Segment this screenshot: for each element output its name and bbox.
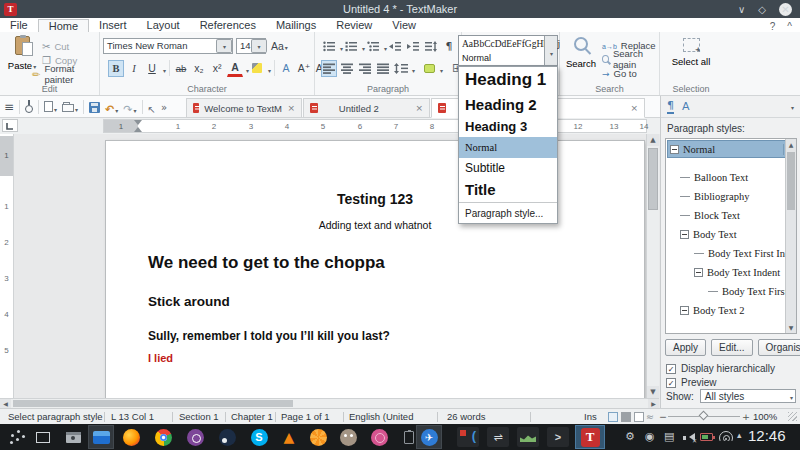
page-indicator[interactable]: Page 1 of 1 bbox=[281, 411, 330, 422]
view-pages-icon[interactable] bbox=[621, 412, 631, 422]
doc-tab-untitled2[interactable]: Untitled 2 × bbox=[303, 98, 430, 118]
doc-line-sully[interactable]: Sully, remember I told you I’ll kill you… bbox=[148, 329, 602, 343]
tab-insert[interactable]: Insert bbox=[89, 19, 137, 32]
align-right-button[interactable] bbox=[357, 60, 373, 77]
qat-more-button[interactable]: » bbox=[161, 102, 167, 113]
open-document-button[interactable] bbox=[62, 98, 78, 116]
vertical-scrollbar-thumb[interactable] bbox=[648, 148, 658, 210]
collapse-icon[interactable] bbox=[694, 268, 703, 277]
doc-tab-welcome[interactable]: Welcome to TextMake... × bbox=[186, 98, 302, 118]
preview-checkbox[interactable]: Preview bbox=[666, 377, 717, 388]
falkon-browser-icon[interactable]: ✈ bbox=[416, 425, 442, 449]
scroll-down-icon[interactable]: ▼ bbox=[647, 386, 659, 398]
doc-line-choppa[interactable]: We need to get to the choppa bbox=[148, 253, 602, 273]
main-menu-icon[interactable]: ≡ bbox=[4, 100, 14, 114]
terminal-icon[interactable]: > bbox=[545, 425, 571, 449]
superscript-button[interactable]: x² bbox=[209, 60, 225, 77]
object-mode-icon[interactable] bbox=[148, 98, 156, 117]
style-option-heading3[interactable]: Heading 3 bbox=[459, 116, 557, 137]
apply-button[interactable]: Apply bbox=[665, 339, 706, 356]
format-painter-button[interactable]: Format painter bbox=[32, 67, 99, 81]
redo-button[interactable] bbox=[123, 98, 136, 117]
vlc-icon[interactable]: ▲ bbox=[276, 425, 302, 449]
clementine-icon[interactable] bbox=[305, 425, 331, 449]
style-combo-dropdown-button[interactable] bbox=[544, 36, 557, 65]
user-status-tray-icon[interactable] bbox=[645, 428, 655, 445]
tab-close-icon[interactable]: × bbox=[630, 103, 638, 113]
align-center-button[interactable] bbox=[339, 60, 355, 77]
tab-file[interactable]: File bbox=[0, 19, 38, 32]
paragraph-style-combo[interactable]: AaBbCcDdEeFfGgHhIiJj Normal bbox=[458, 35, 558, 66]
style-tree-item[interactable]: Body Text 2 bbox=[666, 301, 796, 320]
file-manager-icon[interactable] bbox=[88, 425, 114, 449]
zoom-slider-knob[interactable] bbox=[699, 411, 709, 421]
save-icon[interactable] bbox=[89, 102, 100, 113]
style-tree-item[interactable]: Bibliography bbox=[666, 187, 796, 206]
shading-button[interactable] bbox=[421, 60, 437, 77]
language-indicator[interactable]: English (United bbox=[349, 411, 413, 422]
show-desktop-icon[interactable] bbox=[30, 425, 56, 449]
left-indent-marker[interactable] bbox=[134, 127, 142, 132]
align-left-button[interactable] bbox=[321, 60, 337, 77]
underline-button[interactable]: U bbox=[144, 60, 160, 77]
search-again-button[interactable]: Search again bbox=[602, 52, 659, 66]
style-tree-item[interactable]: Block Text bbox=[666, 206, 796, 225]
tab-view[interactable]: View bbox=[382, 19, 426, 32]
insert-mode-indicator[interactable]: Ins bbox=[584, 411, 597, 422]
sort-button[interactable] bbox=[423, 38, 439, 55]
files-tray-icon[interactable] bbox=[664, 428, 674, 445]
volume-icon[interactable]: ✕ bbox=[683, 432, 696, 443]
bold-button[interactable]: B bbox=[108, 60, 124, 77]
character-styles-tab-icon[interactable]: A bbox=[682, 100, 690, 113]
paragraph-styles-list[interactable]: Normal Balloon Text Bibliography Block T… bbox=[665, 138, 797, 334]
screenshot-tool-icon[interactable] bbox=[60, 425, 86, 449]
style-tree-item[interactable]: Body Text Indent bbox=[666, 263, 796, 282]
first-line-indent-marker[interactable] bbox=[134, 120, 142, 125]
document-content[interactable]: Testing 123 Adding text and whatnot We n… bbox=[106, 141, 644, 364]
steam-icon[interactable] bbox=[214, 425, 240, 449]
italic-button[interactable]: I bbox=[126, 60, 142, 77]
doc-line-stick-around[interactable]: Stick around bbox=[148, 294, 602, 309]
settings-tweaks-icon[interactable]: ⇌ bbox=[485, 425, 511, 449]
font-color-button[interactable]: A bbox=[227, 60, 243, 77]
tab-layout[interactable]: Layout bbox=[137, 19, 190, 32]
media-player-icon[interactable] bbox=[366, 425, 392, 449]
grow-font-button[interactable]: A⁺ bbox=[296, 60, 312, 77]
firefox-icon[interactable] bbox=[118, 425, 144, 449]
settings-tray-icon[interactable] bbox=[625, 428, 635, 445]
style-option-title[interactable]: Title bbox=[459, 178, 557, 201]
section-indicator[interactable]: Section 1 bbox=[179, 411, 219, 422]
help-button[interactable]: ? bbox=[770, 21, 776, 32]
tab-references[interactable]: References bbox=[190, 19, 266, 32]
tab-home[interactable]: Home bbox=[38, 19, 89, 32]
style-tree-item[interactable]: Body Text First Indent 2 bbox=[666, 282, 796, 301]
style-tree-item[interactable]: Balloon Text bbox=[666, 168, 796, 187]
strikethrough-button[interactable]: ab bbox=[173, 60, 189, 77]
zoom-level[interactable]: 100% bbox=[753, 411, 777, 422]
zoom-in-icon[interactable]: + bbox=[742, 411, 750, 422]
show-styles-select[interactable]: All styles bbox=[700, 389, 796, 403]
highlight-dropdown[interactable] bbox=[267, 59, 271, 77]
tab-mailings[interactable]: Mailings bbox=[266, 19, 326, 32]
multilevel-list-button[interactable] bbox=[365, 38, 381, 55]
organise-button[interactable]: Organise bbox=[758, 339, 800, 356]
decrease-indent-button[interactable] bbox=[387, 38, 403, 55]
sidebar-menu-dropdown[interactable] bbox=[790, 101, 794, 112]
system-monitor-icon[interactable] bbox=[515, 425, 541, 449]
display-hierarchically-checkbox[interactable]: Display hierarchically bbox=[666, 363, 775, 374]
style-option-heading1[interactable]: Heading 1 bbox=[459, 67, 557, 93]
horizontal-scrollbar-thumb[interactable] bbox=[13, 400, 293, 407]
line-spacing-button[interactable] bbox=[393, 60, 409, 77]
paragraph-styles-tab-icon[interactable]: ¶ bbox=[667, 99, 674, 114]
search-button[interactable]: Search bbox=[564, 37, 598, 69]
character-style-button[interactable]: A bbox=[278, 60, 294, 77]
window-maximize-button[interactable]: ◇ bbox=[758, 4, 766, 15]
collapse-icon[interactable] bbox=[680, 306, 689, 315]
underline-dropdown[interactable] bbox=[162, 59, 166, 77]
select-all-button[interactable]: Select all bbox=[660, 38, 722, 67]
tab-review[interactable]: Review bbox=[326, 19, 382, 32]
view-reader-icon[interactable]: ≈ bbox=[646, 411, 654, 422]
style-option-normal-selected[interactable]: Normal bbox=[459, 137, 557, 158]
tab-close-icon[interactable]: × bbox=[287, 103, 295, 113]
justify-button[interactable] bbox=[375, 60, 391, 77]
